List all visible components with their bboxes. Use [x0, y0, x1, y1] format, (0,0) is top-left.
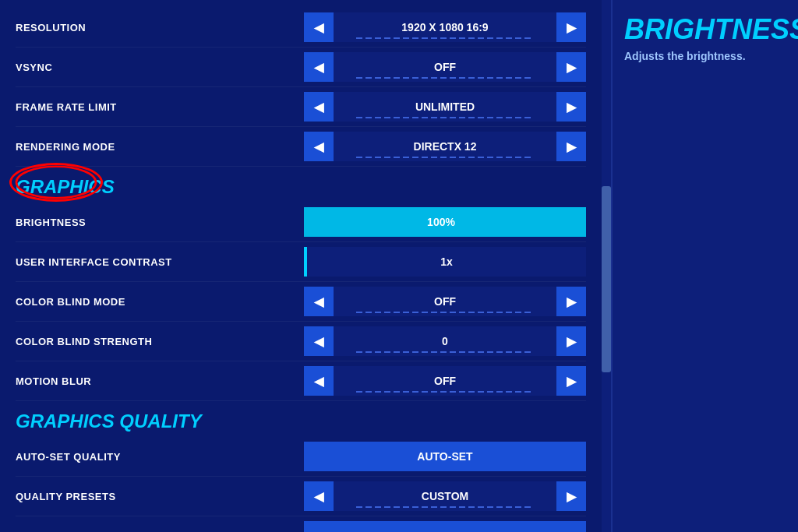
- setting-row-color-blind-mode: COLOR BLIND MODE ◀ OFF ▶: [16, 282, 586, 322]
- setting-row-quality-presets: QUALITY PRESETS ◀ CUSTOM ▶: [16, 477, 586, 516]
- ui-contrast-value[interactable]: 1x: [304, 247, 586, 277]
- resolution-left-btn[interactable]: ◀: [304, 12, 334, 42]
- setting-row-help-quality: HELP ME CHOOSE QUALITY SETTINGS OPEN WEB…: [16, 516, 586, 532]
- color-blind-mode-value: OFF: [334, 287, 556, 316]
- color-blind-mode-label: COLOR BLIND MODE: [16, 296, 304, 308]
- color-blind-strength-right-btn[interactable]: ▶: [556, 326, 586, 356]
- quality-presets-label: QUALITY PRESETS: [16, 491, 304, 502]
- motion-blur-value: OFF: [334, 366, 556, 396]
- resolution-control: ◀ 1920 X 1080 16:9 ▶: [304, 12, 586, 42]
- motion-blur-right-btn[interactable]: ▶: [556, 366, 586, 396]
- sidebar-description: Adjusts the brightness.: [624, 50, 786, 62]
- auto-set-quality-label: AUTO-SET QUALITY: [16, 451, 304, 463]
- color-blind-mode-control: ◀ OFF ▶: [304, 287, 586, 316]
- quality-presets-control: ◀ CUSTOM ▶: [304, 481, 586, 511]
- brightness-control: 100%: [304, 207, 586, 237]
- resolution-value: 1920 X 1080 16:9: [334, 12, 556, 42]
- vsync-left-btn[interactable]: ◀: [304, 52, 334, 82]
- setting-row-motion-blur: MOTION BLUR ◀ OFF ▶: [16, 361, 586, 401]
- motion-blur-label: MOTION BLUR: [16, 375, 304, 387]
- color-blind-strength-control: ◀ 0 ▶: [304, 326, 586, 356]
- setting-row-vsync: VSYNC ◀ OFF ▶: [16, 48, 586, 87]
- ui-contrast-label: USER INTERFACE CONTRAST: [16, 256, 304, 268]
- brightness-value: 100%: [304, 216, 578, 228]
- rendering-mode-control: ◀ DIRECTX 12 ▶: [304, 132, 586, 161]
- sidebar: BRIGHTNESS Adjusts the brightness.: [611, 0, 798, 532]
- brightness-slider[interactable]: 100%: [304, 207, 586, 237]
- rendering-mode-right-btn[interactable]: ▶: [556, 132, 586, 161]
- motion-blur-control: ◀ OFF ▶: [304, 366, 586, 396]
- brightness-label: BRIGHTNESS: [16, 217, 304, 228]
- setting-row-resolution: RESOLUTION ◀ 1920 X 1080 16:9 ▶: [16, 8, 586, 48]
- vsync-right-btn[interactable]: ▶: [556, 52, 586, 82]
- setting-row-ui-contrast: USER INTERFACE CONTRAST 1x: [16, 242, 586, 282]
- rendering-mode-value: DIRECTX 12: [334, 132, 556, 161]
- quality-presets-right-btn[interactable]: ▶: [556, 481, 586, 511]
- ui-contrast-control: 1x: [304, 247, 586, 277]
- frame-rate-label: FRAME RATE LIMIT: [16, 101, 304, 113]
- vsync-value: OFF: [334, 52, 556, 82]
- quality-presets-left-btn[interactable]: ◀: [304, 481, 334, 511]
- open-website-btn[interactable]: OPEN WEBSITE: [304, 521, 586, 532]
- frame-rate-right-btn[interactable]: ▶: [556, 92, 586, 122]
- setting-row-auto-set-quality: AUTO-SET QUALITY AUTO-SET: [16, 437, 586, 477]
- graphics-section-header: GRAPHICS: [16, 167, 586, 203]
- motion-blur-left-btn[interactable]: ◀: [304, 366, 334, 396]
- resolution-label: RESOLUTION: [16, 22, 304, 33]
- color-blind-mode-left-btn[interactable]: ◀: [304, 287, 334, 316]
- frame-rate-control: ◀ UNLIMITED ▶: [304, 92, 586, 122]
- resolution-right-btn[interactable]: ▶: [556, 12, 586, 42]
- scrollbar-thumb[interactable]: [602, 186, 611, 372]
- color-blind-mode-right-btn[interactable]: ▶: [556, 287, 586, 316]
- color-blind-strength-left-btn[interactable]: ◀: [304, 326, 334, 356]
- settings-panel: RESOLUTION ◀ 1920 X 1080 16:9 ▶ VSYNC ◀ …: [0, 0, 602, 532]
- setting-row-frame-rate: FRAME RATE LIMIT ◀ UNLIMITED ▶: [16, 87, 586, 127]
- frame-rate-value: UNLIMITED: [334, 92, 556, 122]
- help-quality-control: OPEN WEBSITE: [304, 521, 586, 532]
- vsync-label: VSYNC: [16, 62, 304, 73]
- scrollbar-track[interactable]: [602, 0, 611, 532]
- setting-row-brightness: BRIGHTNESS 100%: [16, 203, 586, 242]
- rendering-mode-label: RENDERING MODE: [16, 141, 304, 153]
- vsync-control: ◀ OFF ▶: [304, 52, 586, 82]
- auto-set-quality-btn[interactable]: AUTO-SET: [304, 442, 586, 471]
- graphics-quality-section-header: GRAPHICS QUALITY: [16, 401, 586, 437]
- setting-row-color-blind-strength: COLOR BLIND STRENGTH ◀ 0 ▶: [16, 322, 586, 361]
- frame-rate-left-btn[interactable]: ◀: [304, 92, 334, 122]
- auto-set-quality-control: AUTO-SET: [304, 442, 586, 471]
- quality-presets-value: CUSTOM: [334, 481, 556, 511]
- sidebar-title: BRIGHTNESS: [624, 16, 786, 44]
- rendering-mode-left-btn[interactable]: ◀: [304, 132, 334, 161]
- color-blind-strength-label: COLOR BLIND STRENGTH: [16, 336, 304, 347]
- setting-row-rendering-mode: RENDERING MODE ◀ DIRECTX 12 ▶: [16, 127, 586, 167]
- color-blind-strength-value: 0: [334, 326, 556, 356]
